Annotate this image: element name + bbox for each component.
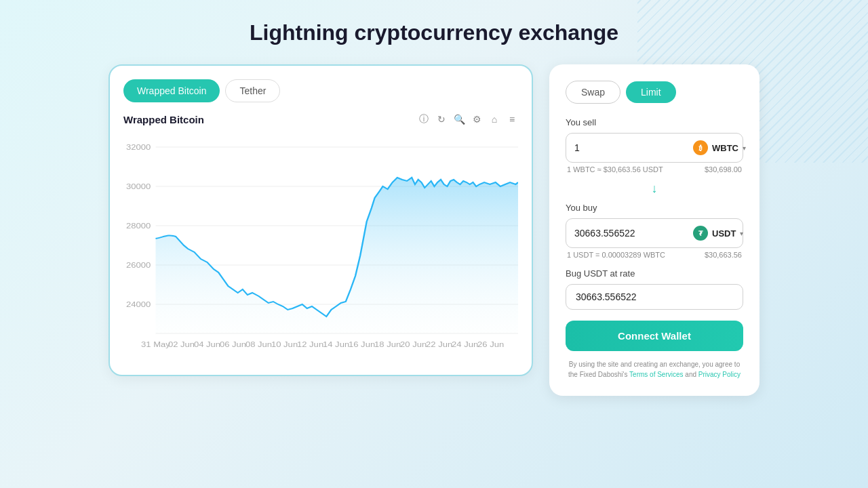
tab-swap[interactable]: Swap — [566, 81, 620, 104]
chart-area: 32000 30000 28000 26000 24000 — [123, 134, 518, 364]
svg-text:02 Jun: 02 Jun — [168, 340, 195, 349]
chart-tabs: Wrapped Bitcoin Tether — [123, 79, 518, 102]
svg-text:30000: 30000 — [126, 182, 151, 191]
connect-wallet-button[interactable]: Connect Wallet — [566, 321, 743, 351]
tab-limit[interactable]: Limit — [626, 81, 676, 103]
usdt-icon: ₮ — [693, 226, 708, 241]
svg-text:32000: 32000 — [126, 143, 151, 152]
info-icon[interactable]: ⓘ — [418, 113, 430, 125]
svg-text:31 May: 31 May — [141, 340, 170, 349]
svg-text:22 Jun: 22 Jun — [426, 340, 452, 349]
buy-usd-value: $30,663.56 — [705, 251, 742, 259]
sell-conversion-info: 1 WBTC ≈ $30,663.56 USDT $30,698.00 — [566, 165, 743, 174]
svg-text:12 Jun: 12 Jun — [297, 340, 323, 349]
svg-text:08 Jun: 08 Jun — [245, 340, 272, 349]
svg-text:18 Jun: 18 Jun — [374, 340, 401, 349]
page-title: Lightning cryptocurrency exchange — [250, 20, 618, 45]
page-container: Lightning cryptocurrency exchange Wrappe… — [0, 0, 868, 488]
svg-text:26000: 26000 — [126, 261, 151, 270]
chart-title: Wrapped Bitcoin — [123, 114, 204, 125]
swap-arrow-wrapper: ↓ — [566, 182, 743, 196]
privacy-policy-link[interactable]: Privacy Policy — [698, 371, 741, 378]
tab-wrapped-bitcoin[interactable]: Wrapped Bitcoin — [123, 79, 220, 102]
sell-input[interactable] — [574, 142, 693, 153]
svg-text:24 Jun: 24 Jun — [452, 340, 478, 349]
sell-input-group: ₿ WBTC ▾ — [566, 133, 743, 163]
svg-text:04 Jun: 04 Jun — [194, 340, 220, 349]
buy-label: You buy — [566, 203, 743, 213]
menu-icon[interactable]: ≡ — [506, 113, 518, 125]
svg-text:20 Jun: 20 Jun — [400, 340, 427, 349]
buy-chevron-icon: ▾ — [740, 230, 743, 237]
svg-text:14 Jun: 14 Jun — [323, 340, 349, 349]
terms-of-service-link[interactable]: Terms of Services — [629, 371, 683, 378]
svg-text:24000: 24000 — [126, 300, 151, 309]
rate-label: Bug USDT at rate — [566, 268, 743, 279]
sell-chevron-icon: ▾ — [743, 144, 746, 152]
buy-conversion-info: 1 USDT = 0.00003289 WBTC $30,663.56 — [566, 251, 743, 259]
exchange-tabs: Swap Limit — [566, 81, 743, 104]
svg-text:10 Jun: 10 Jun — [271, 340, 298, 349]
sell-usd-value: $30,698.00 — [705, 165, 742, 174]
search-icon[interactable]: 🔍 — [453, 113, 465, 125]
home-icon[interactable]: ⌂ — [488, 113, 500, 125]
chart-svg: 32000 30000 28000 26000 24000 — [123, 134, 518, 364]
refresh-icon[interactable]: ↻ — [435, 113, 448, 125]
sell-token-name: WBTC — [712, 143, 738, 153]
chart-card: Wrapped Bitcoin Tether Wrapped Bitcoin ⓘ… — [108, 64, 533, 376]
chart-header: Wrapped Bitcoin ⓘ ↻ 🔍 ⚙ ⌂ ≡ — [123, 113, 518, 125]
buy-conversion-text: 1 USDT = 0.00003289 WBTC — [567, 251, 665, 259]
buy-token-name: USDT — [712, 228, 736, 239]
tab-tether[interactable]: Tether — [225, 79, 280, 102]
wbtc-icon: ₿ — [693, 140, 708, 155]
sell-token-selector[interactable]: ₿ WBTC ▾ — [693, 140, 746, 155]
main-content: Wrapped Bitcoin Tether Wrapped Bitcoin ⓘ… — [108, 64, 760, 396]
terms-and: and — [685, 371, 696, 378]
settings-icon[interactable]: ⚙ — [471, 113, 483, 125]
svg-text:28000: 28000 — [126, 222, 151, 230]
exchange-card: Swap Limit You sell ₿ WBTC ▾ 1 WBTC ≈ $3… — [549, 64, 760, 396]
terms-text: By using the site and creating an exchan… — [566, 359, 743, 380]
sell-conversion-text: 1 WBTC ≈ $30,663.56 USDT — [567, 165, 663, 174]
buy-input[interactable] — [574, 228, 693, 239]
buy-token-selector[interactable]: ₮ USDT ▾ — [693, 226, 743, 241]
svg-text:26 Jun: 26 Jun — [477, 340, 504, 349]
sell-label: You sell — [566, 117, 743, 127]
chart-icons: ⓘ ↻ 🔍 ⚙ ⌂ ≡ — [418, 113, 518, 125]
buy-input-group: ₮ USDT ▾ — [566, 218, 743, 248]
svg-text:06 Jun: 06 Jun — [220, 340, 246, 349]
arrow-down-icon: ↓ — [652, 182, 658, 196]
svg-text:16 Jun: 16 Jun — [349, 340, 375, 349]
rate-input[interactable] — [566, 284, 743, 310]
